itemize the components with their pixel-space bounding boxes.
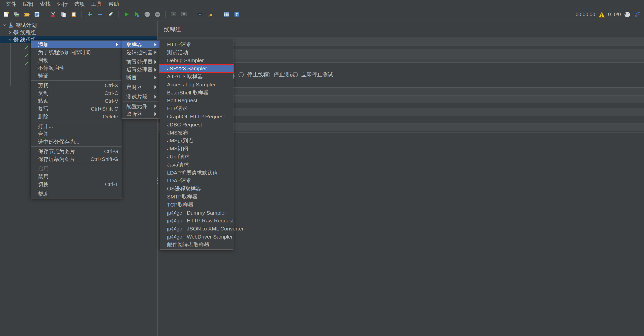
help-icon[interactable]: ? [233,11,240,18]
menu-item[interactable]: BeanShell 取样器 [160,89,233,97]
menubar-item[interactable]: 帮助 [105,0,122,8]
open-file-icon[interactable] [23,11,30,18]
menu-item[interactable]: 帮助 [31,190,122,198]
menu-item[interactable]: 逻辑控制器 [122,48,159,56]
menu-item[interactable]: JSR223 Sampler [160,64,233,73]
menu-item[interactable]: JUnit请求 [160,153,233,161]
menu-item[interactable]: JDBC Request [160,121,233,129]
menu-item[interactable]: AJP/1.3 取样器 [160,73,233,81]
menu-item[interactable]: 切换Ctrl-T [31,180,122,188]
menu-item[interactable]: 监听器 [122,110,159,118]
menu-item[interactable]: jp@gc - WebDriver Sampler [160,233,233,241]
new-file-icon[interactable] [3,11,9,18]
menu-item[interactable]: 粘贴Ctrl-V [31,97,122,105]
menu-item[interactable]: Java请求 [160,161,233,169]
templates-icon[interactable] [13,11,20,18]
menu-item-label: 选中部分保存为... [38,138,79,145]
remote-stop-all-icon[interactable] [180,11,187,18]
menu-item[interactable]: 启动 [31,56,122,64]
menu-item[interactable]: 打开... [31,122,122,130]
remote-start-all-icon[interactable] [170,11,177,18]
menu-item-label: JDBC Request [167,122,202,128]
menu-item[interactable]: 添加 [31,41,122,48]
menu-item[interactable]: LDAP扩展请求默认值 [160,169,233,177]
paste-icon[interactable] [70,11,77,18]
menu-item[interactable]: jp@gc - Dummy Sampler [160,209,233,217]
sampler-icon[interactable] [24,61,29,66]
toggle-icon[interactable] [107,11,114,18]
radio-circle-icon[interactable] [238,72,244,77]
menu-item[interactable]: 后置处理器 [122,66,159,74]
menu-item[interactable]: FTP请求 [160,105,233,113]
menu-item[interactable]: 删除Delete [31,113,122,120]
copy-icon[interactable] [60,11,67,18]
menu-item[interactable]: 保存屏幕为图片Ctrl+Shift-G [31,155,122,163]
menubar-item[interactable]: 文件 [3,0,20,8]
menu-item[interactable]: JMS点到点 [160,137,233,145]
menu-item[interactable]: 剪切Ctrl-X [31,81,122,89]
menu-item[interactable]: jp@gc - HTTP Raw Request [160,217,233,225]
radio-circle-icon[interactable] [265,72,270,77]
menu-item[interactable]: 禁用 [31,173,122,180]
menubar-item[interactable]: 运行 [54,0,71,8]
menubar-item[interactable]: 编辑 [20,0,37,8]
menu-item[interactable]: Debug Sampler [160,57,233,65]
function-helper-icon[interactable] [223,11,230,18]
menu-item[interactable]: OS进程取样器 [160,185,233,193]
menu-item[interactable]: Bolt Request [160,97,233,105]
menu-item[interactable]: 断言 [122,74,159,81]
sampler-icon[interactable] [24,45,29,50]
menu-item[interactable]: JMS发布 [160,129,233,137]
stop-icon[interactable]: STOP [144,11,150,18]
menu-item[interactable]: GraphQL HTTP Request [160,113,233,121]
menu-item[interactable]: 测试片段 [122,93,159,100]
tree-node[interactable]: 测试计划 [0,21,157,29]
start-icon[interactable] [123,11,130,18]
menu-item[interactable]: 不停顿启动 [31,64,122,72]
menu-item[interactable]: TCP取样器 [160,201,233,209]
menu-item[interactable]: 验证 [31,72,122,80]
menu-item[interactable]: SMTP取样器 [160,193,233,201]
save-icon[interactable] [33,11,40,18]
menu-separator [31,164,122,164]
menu-item[interactable]: HTTP请求 [160,41,233,49]
menu-item[interactable]: 邮件阅读者取样器 [160,241,233,249]
menu-item[interactable]: 复制Ctrl-C [31,89,122,97]
menu-item-label: 保存屏幕为图片 [38,156,75,163]
menu-item[interactable]: 测试活动 [160,49,233,57]
menu-item[interactable]: 定时器 [122,83,159,91]
menu-item[interactable]: 合并 [31,130,122,138]
chevron-right-icon[interactable] [8,30,13,35]
radio-circle-icon[interactable] [293,72,298,77]
menu-item[interactable]: Access Log Sampler [160,81,233,89]
radio-option[interactable]: 停止线程 [238,71,268,78]
menubar-item[interactable]: 选项 [71,0,88,8]
start-no-pauses-icon[interactable] [133,11,140,18]
menu-item[interactable]: 选中部分保存为... [31,138,122,146]
chevron-down-icon[interactable] [2,23,7,28]
cut-icon[interactable] [50,11,56,18]
menu-item[interactable]: 为子线程添加响应时间 [31,48,122,56]
tree-node[interactable]: 线程组 [0,29,157,36]
warning-icon[interactable] [598,11,605,18]
clear-all-icon[interactable] [207,11,214,18]
expand-all-icon[interactable] [86,11,93,18]
menu-item[interactable]: 取样器 [122,41,159,48]
menu-item[interactable]: 保存节点为图片Ctrl-G [31,147,122,155]
menu-item[interactable]: 复写Ctrl+Shift-C [31,105,122,113]
menu-item-label: Debug Sampler [167,57,204,63]
sampler-icon[interactable] [24,53,29,58]
chevron-down-icon[interactable] [8,37,13,42]
shutdown-icon[interactable] [154,11,161,18]
search-icon[interactable] [196,11,203,18]
menu-item[interactable]: 配置元件 [122,102,159,110]
menubar-item[interactable]: 查找 [37,0,54,8]
menubar-item[interactable]: 工具 [88,0,105,8]
menu-item[interactable]: jp@gc - JSON to XML Converter [160,225,233,233]
collapse-all-icon[interactable] [97,11,103,18]
radio-option[interactable]: 立即停止测试 [293,71,333,78]
menu-item[interactable]: LDAP请求 [160,177,233,185]
menu-item[interactable]: JMS订阅 [160,145,233,153]
menu-item[interactable]: 前置处理器 [122,58,159,66]
radio-option[interactable]: 停止测试 [265,71,295,78]
